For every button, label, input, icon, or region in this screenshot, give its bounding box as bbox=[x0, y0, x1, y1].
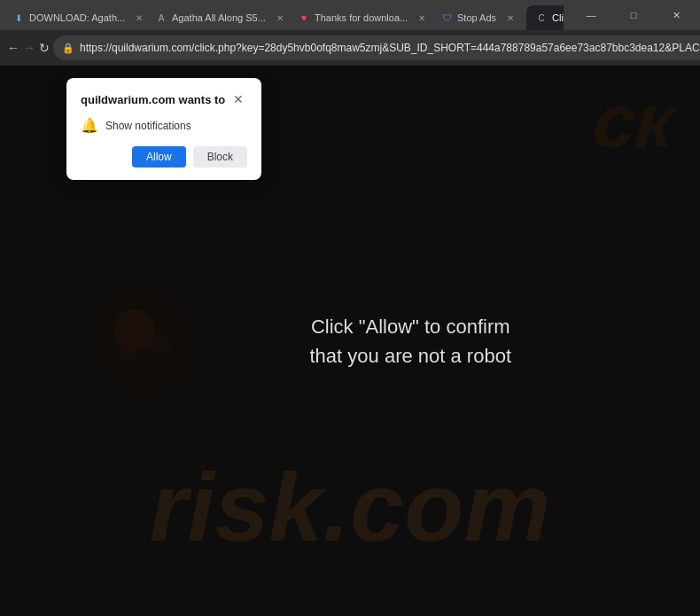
message-line1: Click "Allow" to confirm bbox=[311, 316, 510, 338]
security-lock-icon: 🔒 bbox=[62, 43, 74, 54]
popup-wants-to: wants to bbox=[179, 93, 226, 106]
popup-actions: Allow Block bbox=[81, 146, 247, 168]
tab-agatha[interactable]: A Agatha All Along S5... ✕ bbox=[146, 5, 288, 30]
close-button[interactable]: ✕ bbox=[656, 0, 696, 30]
message-line2: that you are not a robot bbox=[310, 345, 512, 367]
browser-window: ⬇ DOWNLOAD: Agath... ✕ A Agatha All Alon… bbox=[0, 0, 700, 616]
url-text: https://quildwarium.com/click.php?key=28… bbox=[80, 42, 700, 54]
window-controls: — □ ✕ bbox=[571, 0, 696, 30]
address-bar[interactable]: 🔒 https://quildwarium.com/click.php?key=… bbox=[53, 35, 700, 60]
tab-close-stopad[interactable]: ✕ bbox=[504, 12, 517, 24]
tab-close-agatha[interactable]: ✕ bbox=[274, 12, 286, 24]
tab-label-stopad: Stop Ads bbox=[457, 12, 496, 23]
bell-icon: 🔔 bbox=[81, 117, 98, 134]
tab-favicon-agatha: A bbox=[155, 12, 167, 24]
tab-click-allow[interactable]: C Click &quot;Allow&s... ✕ bbox=[526, 5, 564, 30]
tab-favicon-thanks: ♥ bbox=[298, 12, 310, 24]
reload-button[interactable]: ↻ bbox=[39, 34, 50, 62]
block-button[interactable]: Block bbox=[193, 146, 247, 168]
popup-notification-label: Show notifications bbox=[105, 120, 191, 132]
svg-point-2 bbox=[149, 335, 172, 358]
tab-favicon-stopad: 🛡 bbox=[440, 12, 453, 24]
title-bar: ⬇ DOWNLOAD: Agath... ✕ A Agatha All Alon… bbox=[0, 0, 700, 30]
tab-stopad[interactable]: 🛡 Stop Ads ✕ bbox=[432, 5, 525, 30]
tab-close-download[interactable]: ✕ bbox=[133, 12, 145, 24]
tab-close-thanks[interactable]: ✕ bbox=[416, 12, 428, 24]
tab-label-download: DOWNLOAD: Agath... bbox=[29, 12, 125, 23]
watermark-letters-top: ск bbox=[590, 83, 677, 159]
svg-point-3 bbox=[120, 343, 138, 362]
tab-label-click: Click &quot;Allow&s... bbox=[552, 12, 564, 23]
tab-favicon-download: ⬇ bbox=[12, 12, 25, 24]
robot-check-message: Click "Allow" to confirm that you are no… bbox=[310, 312, 512, 370]
circle-logo-watermark bbox=[89, 284, 204, 399]
tab-label-agatha: Agatha All Along S5... bbox=[172, 12, 266, 23]
navigation-bar: ← → ↻ 🔒 https://quildwarium.com/click.ph… bbox=[0, 30, 700, 66]
tab-favicon-click: C bbox=[535, 12, 548, 24]
back-button[interactable]: ← bbox=[7, 34, 19, 62]
popup-close-button[interactable]: ✕ bbox=[229, 90, 247, 108]
allow-button[interactable]: Allow bbox=[132, 146, 186, 168]
popup-header: quildwarium.com wants to ✕ bbox=[81, 90, 247, 108]
popup-site-name: quildwarium.com wants to bbox=[81, 93, 225, 106]
popup-site: quildwarium.com bbox=[81, 93, 179, 106]
maximize-button[interactable]: □ bbox=[613, 0, 654, 30]
page-content: ск risk.com Click "Allow" to confirm tha… bbox=[0, 66, 700, 616]
tab-thanks[interactable]: ♥ Thanks for downloa... ✕ bbox=[289, 5, 431, 30]
tab-download[interactable]: ⬇ DOWNLOAD: Agath... ✕ bbox=[4, 5, 145, 30]
popup-body: 🔔 Show notifications bbox=[81, 117, 247, 134]
forward-button[interactable]: → bbox=[23, 34, 35, 62]
minimize-button[interactable]: — bbox=[571, 0, 611, 30]
notification-popup: quildwarium.com wants to ✕ 🔔 Show notifi… bbox=[66, 78, 261, 180]
tabs-area: ⬇ DOWNLOAD: Agath... ✕ A Agatha All Alon… bbox=[4, 0, 564, 30]
tab-label-thanks: Thanks for downloa... bbox=[315, 12, 408, 23]
watermark-bottom: risk.com bbox=[150, 450, 550, 563]
